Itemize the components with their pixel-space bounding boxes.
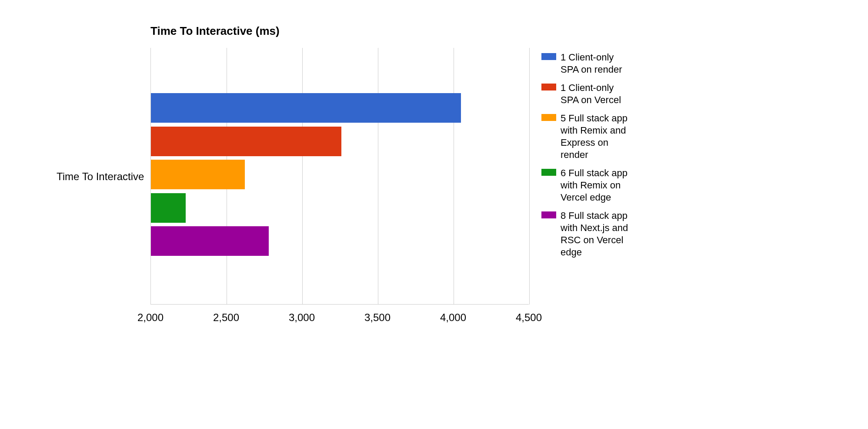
legend-swatch <box>541 114 556 121</box>
chart-container: Time To Interactive (ms) Time To Interac… <box>0 0 868 429</box>
bar-series-1 <box>151 127 341 156</box>
legend-swatch <box>541 169 556 176</box>
legend-swatch <box>541 84 556 90</box>
gridline <box>378 48 378 305</box>
legend-label: 1 Client-only SPA on Vercel <box>561 82 633 106</box>
legend-item: 1 Client-only SPA on render <box>541 51 633 76</box>
x-tick-label: 3,500 <box>364 312 391 324</box>
y-axis-category-label: Time To Interactive <box>57 171 144 183</box>
plot-area <box>150 48 529 305</box>
gridline <box>529 48 530 305</box>
gridline <box>302 48 303 305</box>
x-tick-label: 4,500 <box>516 312 542 324</box>
legend-label: 8 Full stack app with Next.js and RSC on… <box>561 210 633 258</box>
chart-legend: 1 Client-only SPA on render1 Client-only… <box>541 51 633 265</box>
bar-series-4 <box>151 226 269 256</box>
chart-title: Time To Interactive (ms) <box>150 24 280 38</box>
bar-series-3 <box>151 193 186 223</box>
x-tick-label: 2,000 <box>137 312 164 324</box>
legend-label: 6 Full stack app with Remix on Vercel ed… <box>561 167 633 204</box>
legend-swatch <box>541 53 556 60</box>
legend-item: 8 Full stack app with Next.js and RSC on… <box>541 210 633 258</box>
legend-swatch <box>541 211 556 218</box>
gridline <box>454 48 454 305</box>
legend-label: 1 Client-only SPA on render <box>561 51 633 76</box>
x-tick-label: 2,500 <box>213 312 239 324</box>
x-tick-label: 3,000 <box>289 312 315 324</box>
legend-item: 5 Full stack app with Remix and Express … <box>541 112 633 161</box>
bar-series-0 <box>151 93 461 123</box>
legend-item: 6 Full stack app with Remix on Vercel ed… <box>541 167 633 204</box>
x-tick-label: 4,000 <box>440 312 466 324</box>
bar-series-2 <box>151 160 245 189</box>
legend-label: 5 Full stack app with Remix and Express … <box>561 112 633 161</box>
legend-item: 1 Client-only SPA on Vercel <box>541 82 633 106</box>
